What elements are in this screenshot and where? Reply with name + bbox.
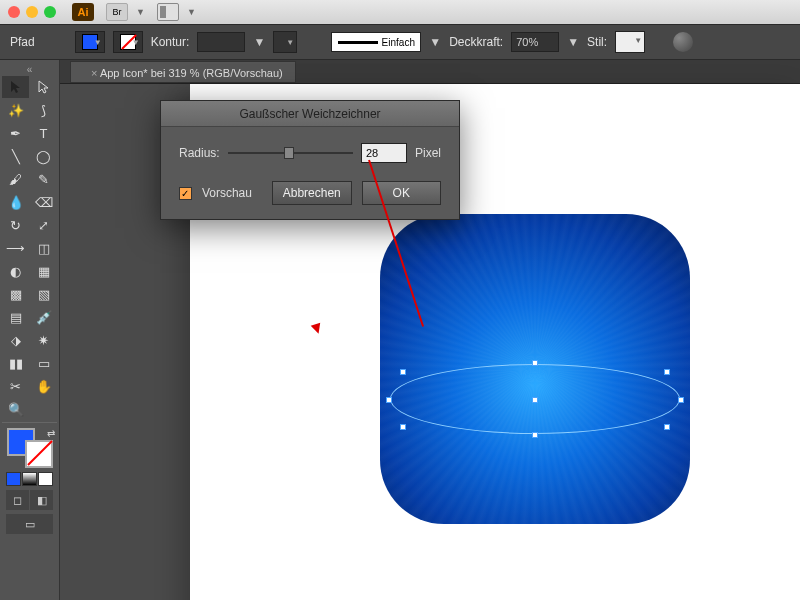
gradient-tool[interactable]: ▤ bbox=[2, 306, 29, 328]
eraser-tool[interactable]: ⌫ bbox=[30, 191, 57, 213]
gaussian-blur-dialog: Gaußscher Weichzeichner Radius: Pixel ✓ … bbox=[160, 100, 460, 220]
ellipse-tool[interactable]: ◯ bbox=[30, 145, 57, 167]
dialog-title: Gaußscher Weichzeichner bbox=[161, 101, 459, 127]
color-mode-button[interactable] bbox=[6, 472, 21, 486]
magic-wand-tool[interactable]: ✨ bbox=[2, 99, 29, 121]
close-window[interactable] bbox=[8, 6, 20, 18]
close-tab-icon[interactable]: × bbox=[91, 67, 97, 79]
chevron-down-icon[interactable]: ▼ bbox=[253, 35, 265, 49]
radius-slider[interactable] bbox=[228, 146, 353, 160]
swap-fill-stroke-icon[interactable]: ⇄ bbox=[47, 428, 55, 439]
line-segment-tool[interactable]: ╲ bbox=[2, 145, 29, 167]
selection-handle[interactable] bbox=[400, 369, 406, 375]
app-badge: Ai bbox=[72, 3, 94, 21]
preview-checkbox[interactable]: ✓ bbox=[179, 187, 192, 200]
slice-tool[interactable]: ✂ bbox=[2, 375, 29, 397]
selection-handle[interactable] bbox=[386, 397, 392, 403]
fill-stroke-control[interactable]: ⇄ bbox=[5, 428, 55, 468]
eyedropper-tool[interactable]: 💉 bbox=[30, 306, 57, 328]
chevron-down-icon: ▼ bbox=[136, 7, 145, 17]
stroke-width-profile-button[interactable]: ▼ bbox=[273, 31, 297, 53]
document-tab-title: App Icon* bei 319 % (RGB/Vorschau) bbox=[100, 67, 283, 79]
panel-grip-icon[interactable]: « bbox=[23, 64, 37, 72]
chevron-down-icon: ▼ bbox=[187, 7, 196, 17]
scale-tool[interactable]: ⤢ bbox=[30, 214, 57, 236]
width-tool[interactable]: ⟶ bbox=[2, 237, 29, 259]
perspective-grid-tool[interactable]: ▩ bbox=[2, 283, 29, 305]
free-transform-tool[interactable]: ◫ bbox=[30, 237, 57, 259]
type-tool[interactable]: T bbox=[30, 122, 57, 144]
hand-tool[interactable]: ✋ bbox=[30, 375, 57, 397]
selection-handle[interactable] bbox=[664, 369, 670, 375]
radius-label: Radius: bbox=[179, 146, 220, 160]
draw-normal-button[interactable]: ◻ bbox=[6, 490, 29, 510]
pencil-tool[interactable]: ✎ bbox=[30, 168, 57, 190]
selection-tool[interactable] bbox=[2, 76, 29, 98]
fill-color-button[interactable]: ▼ bbox=[75, 31, 105, 53]
selection-handle[interactable] bbox=[532, 360, 538, 366]
stroke-color-button[interactable]: ▼ bbox=[113, 31, 143, 53]
opacity-label: Deckkraft: bbox=[449, 35, 503, 49]
zoom-window[interactable] bbox=[44, 6, 56, 18]
slider-thumb[interactable] bbox=[284, 147, 294, 159]
paintbrush-tool[interactable]: 🖌 bbox=[2, 168, 29, 190]
gradient-mode-button[interactable] bbox=[22, 472, 37, 486]
chevron-down-icon[interactable]: ▼ bbox=[429, 35, 441, 49]
selection-handle[interactable] bbox=[664, 424, 670, 430]
style-label: Stil: bbox=[587, 35, 607, 49]
none-mode-button[interactable] bbox=[38, 472, 53, 486]
mesh-tool[interactable]: ▧ bbox=[30, 283, 57, 305]
pen-tool[interactable]: ✒ bbox=[2, 122, 29, 144]
stroke-weight-input[interactable] bbox=[197, 32, 245, 52]
selection-handle[interactable] bbox=[678, 397, 684, 403]
stroke-swatch[interactable] bbox=[25, 440, 53, 468]
selection-type-label: Pfad bbox=[10, 35, 35, 49]
selection-handle[interactable] bbox=[532, 432, 538, 438]
radius-unit: Pixel bbox=[415, 146, 441, 160]
stroke-line-icon bbox=[338, 41, 378, 44]
layout-arrange-button[interactable] bbox=[157, 3, 179, 21]
document-setup-icon[interactable] bbox=[673, 32, 693, 52]
ok-button[interactable]: OK bbox=[362, 181, 442, 205]
live-paint-bucket-tool[interactable]: ▦ bbox=[30, 260, 57, 282]
cancel-button[interactable]: Abbrechen bbox=[272, 181, 352, 205]
zoom-tool[interactable]: 🔍 bbox=[2, 398, 29, 420]
opacity-input[interactable] bbox=[511, 32, 559, 52]
selection-center[interactable] bbox=[532, 397, 538, 403]
symbol-sprayer-tool[interactable]: ✷ bbox=[30, 329, 57, 351]
graphic-style-button[interactable]: ▼ bbox=[615, 31, 645, 53]
tools-panel: « ✨ ⟆ ✒ T ╲ ◯ 🖌 ✎ 💧 ⌫ ↻ ⤢ ⟶ ◫ ◐ ▦ ▩ ▧ ▤ … bbox=[0, 60, 60, 600]
chevron-down-icon[interactable]: ▼ bbox=[567, 35, 579, 49]
artboard-tool[interactable]: ▭ bbox=[30, 352, 57, 374]
shape-builder-tool[interactable]: ◐ bbox=[2, 260, 29, 282]
stroke-label: Kontur: bbox=[151, 35, 190, 49]
document-tab[interactable]: × App Icon* bei 319 % (RGB/Vorschau) bbox=[70, 61, 296, 83]
document-tab-bar: × App Icon* bei 319 % (RGB/Vorschau) bbox=[0, 60, 800, 84]
direct-selection-tool[interactable] bbox=[30, 76, 57, 98]
draw-behind-button[interactable]: ◧ bbox=[30, 490, 53, 510]
screen-mode-button[interactable]: ▭ bbox=[6, 514, 53, 534]
blob-brush-tool[interactable]: 💧 bbox=[2, 191, 29, 213]
lasso-tool[interactable]: ⟆ bbox=[30, 99, 57, 121]
preview-label: Vorschau bbox=[202, 186, 252, 200]
column-graph-tool[interactable]: ▮▮ bbox=[2, 352, 29, 374]
minimize-window[interactable] bbox=[26, 6, 38, 18]
blend-tool[interactable]: ⬗ bbox=[2, 329, 29, 351]
control-bar: Pfad ▼ ▼ Kontur: ▼ ▼ Einfach ▼ Deckkraft… bbox=[0, 24, 800, 60]
selection-handle[interactable] bbox=[400, 424, 406, 430]
brush-definition-button[interactable]: Einfach bbox=[331, 32, 421, 52]
titlebar: Ai Br ▼ ▼ bbox=[0, 0, 800, 24]
bridge-button[interactable]: Br bbox=[106, 3, 128, 21]
rotate-tool[interactable]: ↻ bbox=[2, 214, 29, 236]
